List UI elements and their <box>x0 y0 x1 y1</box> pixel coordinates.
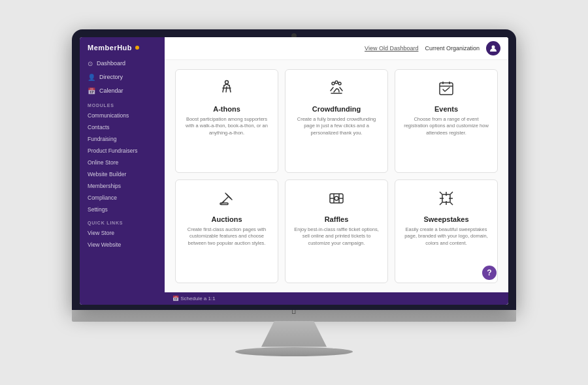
sidebar-item-fundraising[interactable]: Fundraising <box>80 133 165 145</box>
module-card-auctions[interactable]: Auctions Create first-class auction page… <box>175 179 278 283</box>
auction-icon <box>218 189 236 211</box>
event-icon <box>437 79 455 101</box>
current-org-label: Current Organization <box>425 45 480 52</box>
sidebar-item-directory[interactable]: 👤 Directory <box>80 70 165 84</box>
svg-point-1 <box>225 80 229 84</box>
help-button[interactable]: ? <box>482 266 497 280</box>
module-card-athons[interactable]: A-thons Boost participation among suppor… <box>175 69 278 173</box>
sidebar-item-view-store[interactable]: View Store <box>80 227 165 239</box>
sidebar-item-product-fundraisers[interactable]: Product Fundraisers <box>80 145 165 157</box>
svg-point-4 <box>335 81 338 84</box>
view-old-dashboard-link[interactable]: View Old Dashboard <box>365 45 418 52</box>
athon-desc: Boost participation among supporters wit… <box>184 116 270 137</box>
sweep-icon <box>437 189 455 211</box>
monitor-shell: MemberHub ⊙ Dashboard 👤 Directory 📅 Cale… <box>72 29 516 310</box>
sidebar-item-contacts[interactable]: Contacts <box>80 121 165 133</box>
schedule-text: 📅 Schedule a 1:1 <box>172 296 216 301</box>
sidebar-logo: MemberHub <box>80 37 165 57</box>
athon-icon <box>218 79 236 101</box>
sidebar-item-settings[interactable]: Settings <box>80 204 165 215</box>
events-title: Events <box>434 105 458 113</box>
events-desc: Choose from a range of event registratio… <box>403 116 489 137</box>
logo-text: MemberHub <box>88 44 132 52</box>
sidebar-item-view-website[interactable]: View Website <box>80 239 165 251</box>
monitor-stand <box>261 321 327 347</box>
auctions-title: Auctions <box>211 215 242 223</box>
auctions-desc: Create first-class auction pages with cu… <box>184 226 270 247</box>
bottom-bar: 📅 Schedule a 1:1 <box>165 292 508 305</box>
sidebar-item-memberships[interactable]: Memberships <box>80 180 165 192</box>
calendar-icon: 📅 <box>88 87 95 95</box>
sweep-title: Sweepstakes <box>423 215 468 223</box>
crowd-desc: Create a fully branded crowdfunding page… <box>293 116 380 137</box>
modules-section-label: MODULES <box>80 98 165 110</box>
sidebar-item-label: Calendar <box>99 87 123 94</box>
module-card-events[interactable]: Events Choose from a range of event regi… <box>395 69 498 173</box>
quick-links-section-label: QUICK LINKS <box>80 215 165 227</box>
sidebar-item-label: Dashboard <box>97 60 125 67</box>
sidebar-item-online-store[interactable]: Online Store <box>80 157 165 168</box>
svg-point-2 <box>332 82 335 85</box>
sidebar-item-compliance[interactable]: Compliance <box>80 192 165 204</box>
logo-dot <box>135 46 139 50</box>
main-area: View Old Dashboard Current Organization <box>165 37 508 305</box>
svg-point-0 <box>492 45 495 48</box>
sidebar-item-dashboard[interactable]: ⊙ Dashboard <box>80 57 165 70</box>
user-avatar[interactable] <box>486 41 500 55</box>
app-screen: MemberHub ⊙ Dashboard 👤 Directory 📅 Cale… <box>80 37 508 305</box>
raffle-icon <box>327 189 346 211</box>
crowd-icon <box>327 79 346 101</box>
raffles-title: Raffles <box>325 215 349 223</box>
dashboard-icon: ⊙ <box>88 60 93 67</box>
modules-grid: A-thons Boost participation among suppor… <box>165 60 508 292</box>
main-content: View Old Dashboard Current Organization <box>165 37 508 305</box>
help-label: ? <box>487 268 491 277</box>
sidebar-item-label: Directory <box>99 74 123 80</box>
crowd-title: Crowdfunding <box>312 105 361 113</box>
sweep-desc: Easily create a beautiful sweepstakes pa… <box>403 226 489 247</box>
athon-title: A-thons <box>213 105 240 113</box>
module-card-sweepstakes[interactable]: Sweepstakes Easily create a beautiful sw… <box>395 179 498 283</box>
directory-icon: 👤 <box>88 74 95 81</box>
module-card-raffles[interactable]: Raffles Enjoy best-in-class raffle ticke… <box>285 179 388 283</box>
monitor-base <box>235 347 353 356</box>
sidebar: MemberHub ⊙ Dashboard 👤 Directory 📅 Cale… <box>80 37 165 305</box>
app-container: MemberHub ⊙ Dashboard 👤 Directory 📅 Cale… <box>80 37 508 305</box>
module-card-crowdfunding[interactable]: Crowdfunding Create a fully branded crow… <box>285 69 388 173</box>
sidebar-item-calendar[interactable]: 📅 Calendar <box>80 84 165 98</box>
svg-point-3 <box>338 82 341 85</box>
svg-rect-5 <box>440 83 453 95</box>
svg-point-8 <box>335 196 338 200</box>
sidebar-item-communications[interactable]: Communications <box>80 110 165 121</box>
topbar: View Old Dashboard Current Organization <box>165 37 508 60</box>
raffles-desc: Enjoy best-in-class raffle ticket option… <box>293 226 380 247</box>
sidebar-item-website-builder[interactable]: Website Builder <box>80 168 165 180</box>
